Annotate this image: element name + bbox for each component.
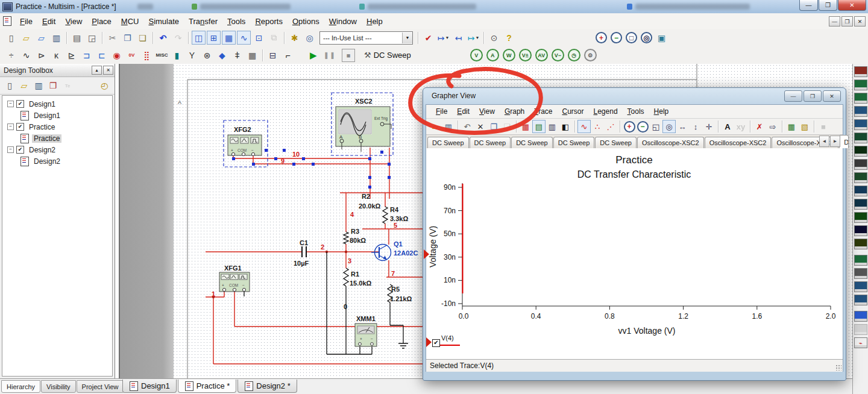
sheet-node-practice[interactable]: Practice	[2, 133, 112, 144]
grapher-minimize-button[interactable]: —	[784, 90, 802, 102]
forward-annotate-icon[interactable]: ↦▼	[467, 31, 480, 45]
hierarchy-icon[interactable]: ⧉	[267, 31, 281, 45]
line-mode-icon[interactable]: ∿	[577, 120, 591, 133]
toggle-grapher-icon[interactable]: ∿	[237, 31, 251, 45]
grapher-maximize-button[interactable]: ❐	[804, 90, 822, 102]
place-advanced-peripherals-icon[interactable]: ▮	[170, 48, 184, 62]
in-use-list-dropdown[interactable]: --- In-Use List ---▼	[319, 31, 413, 45]
four-channel-oscilloscope-icon[interactable]	[854, 119, 867, 130]
zoom-out-icon[interactable]: −	[636, 120, 649, 133]
place-basic-icon[interactable]: ∿	[19, 48, 33, 62]
place-misc-digital-icon[interactable]: ◉	[110, 48, 124, 62]
grapher-menu-graph[interactable]: Graph	[500, 105, 529, 117]
pan-icon[interactable]: ✛	[702, 120, 715, 133]
menu-simulate[interactable]: Simulate	[143, 14, 184, 28]
hierarchical-block-icon[interactable]: ⊟	[266, 48, 280, 62]
maximize-button[interactable]: ❐	[819, 0, 837, 11]
menu-tools[interactable]: Tools	[222, 14, 250, 28]
save-icon[interactable]: ▥	[49, 31, 63, 45]
zoom-area-icon[interactable]: □	[624, 31, 638, 45]
trace-name[interactable]: V(4)	[441, 334, 454, 342]
tab-scroll-right-button[interactable]: ►	[830, 136, 840, 147]
grapher-tab-0[interactable]: DC Sweep	[427, 137, 469, 148]
zoom-in-icon[interactable]: +	[623, 120, 636, 133]
grapher-tab-2[interactable]: DC Sweep	[511, 137, 553, 148]
design-node-design1[interactable]: −✔Design1	[2, 98, 112, 110]
frequency-counter-icon[interactable]	[854, 146, 867, 157]
logic-analyzer-icon[interactable]	[854, 186, 867, 196]
open-design-icon[interactable]: ▱	[17, 79, 31, 92]
undo-icon[interactable]: ↶	[156, 31, 170, 45]
menu-mcu[interactable]: MCU	[116, 14, 144, 28]
place-bus-icon[interactable]: ⌐	[281, 48, 295, 62]
show-xy-icon[interactable]: xy	[734, 120, 747, 133]
menu-options[interactable]: Options	[288, 14, 324, 28]
toggle-database-view-icon[interactable]: ▦	[222, 31, 236, 45]
active-analysis-icon[interactable]: ⚒	[364, 51, 371, 60]
copy-icon[interactable]: ❐	[121, 31, 134, 45]
probe-voltage-icon[interactable]: V	[470, 49, 483, 61]
panel-tab-project-view[interactable]: Project View	[77, 380, 124, 393]
find-icon[interactable]: ⊙	[487, 31, 501, 45]
close-button[interactable]: ✕	[838, 0, 866, 11]
new-design-icon[interactable]: ▯	[3, 79, 16, 92]
grapher-menu-tools[interactable]: Tools	[623, 105, 649, 117]
multimeter-icon[interactable]	[854, 66, 867, 77]
redo-icon[interactable]: ↷	[171, 31, 185, 45]
chart-area[interactable]: Practice DC Transfer Characteristic Volt…	[426, 148, 843, 359]
zoom-out-icon[interactable]: −	[609, 31, 623, 45]
place-analog-icon[interactable]: ⊵	[64, 48, 78, 62]
ni-elvis-icon[interactable]	[854, 324, 867, 335]
iv-analyzer-icon[interactable]	[854, 199, 867, 210]
probe-power-icon[interactable]: W	[503, 49, 515, 61]
toggle-fullscreen-icon[interactable]: ▣	[655, 31, 668, 45]
stop-simulation-button[interactable]: ■	[342, 49, 355, 62]
grapher-tab-4[interactable]: DC Sweep	[595, 137, 637, 148]
probe-current-icon[interactable]: A	[486, 49, 499, 61]
open-samples-icon[interactable]: ▱	[34, 31, 48, 45]
panel-close-button[interactable]: ✕	[103, 66, 113, 75]
place-transistor-icon[interactable]: ĸ	[49, 48, 63, 62]
help-icon[interactable]: ?	[502, 31, 516, 45]
menu-edit[interactable]: Edit	[37, 14, 60, 28]
design-node-design2[interactable]: −✔Design2	[2, 144, 112, 155]
run-simulation-button[interactable]: ▶	[310, 50, 317, 61]
place-source-icon[interactable]: ÷	[4, 48, 18, 62]
database-manager-icon[interactable]: ◎	[303, 31, 316, 45]
mdi-close-button[interactable]: ✕	[854, 16, 866, 27]
grapher-menu-legend[interactable]: Legend	[589, 105, 623, 117]
tab-scroll-left-button[interactable]: ◄	[819, 136, 829, 147]
open-file-icon[interactable]: ▱	[19, 31, 33, 45]
mdi-restore-button[interactable]: ❐	[841, 16, 853, 27]
zoom-fit-icon[interactable]: ◎	[640, 31, 653, 45]
new-file-icon[interactable]: ▯	[4, 31, 18, 45]
tektronix-oscilloscope-icon[interactable]	[854, 295, 867, 305]
sheet-node-design2[interactable]: Design2	[2, 155, 112, 167]
panel-dock-button[interactable]: ▴	[92, 66, 102, 75]
probe-differential-voltage-icon[interactable]: V±	[519, 49, 532, 61]
word-generator-icon[interactable]	[854, 159, 867, 170]
grapher-menu-help[interactable]: Help	[649, 105, 674, 117]
mdi-minimize-button[interactable]: —	[829, 16, 840, 27]
panel-tab-hierarchy[interactable]: Hierarchy	[1, 380, 40, 393]
create-component-icon[interactable]: ✱	[288, 31, 301, 45]
menu-place[interactable]: Place	[87, 14, 116, 28]
panel-tab-visibility[interactable]: Visibility	[41, 380, 76, 393]
print-icon[interactable]: ▤	[70, 31, 84, 45]
menu-view[interactable]: View	[60, 14, 87, 28]
grapher-tab-8[interactable]: DC Sweep	[839, 135, 849, 148]
sheet-tab-design1[interactable]: Design1	[122, 380, 177, 393]
grapher-window[interactable]: Grapher View — ❐ ✕ FileEditViewGraphTrac…	[423, 87, 846, 381]
back-annotate-icon[interactable]: ↤	[451, 31, 465, 45]
grapher-menu-trace[interactable]: Trace	[529, 105, 557, 117]
resize-grip[interactable]	[835, 364, 841, 371]
zoom-x-icon[interactable]: ↔	[676, 120, 689, 133]
probe-voltage-current-icon[interactable]: AV	[535, 49, 548, 61]
oscilloscope-icon[interactable]	[854, 106, 867, 117]
place-mcu-icon[interactable]: ▦	[245, 48, 259, 62]
bode-plotter-icon[interactable]	[854, 133, 867, 143]
delete-icon[interactable]: ✕	[474, 120, 487, 133]
place-electromechanical-icon[interactable]: ⊛	[200, 48, 214, 62]
probe-digital-icon[interactable]: ◷	[568, 49, 580, 61]
print-preview-icon[interactable]: ◲	[85, 31, 99, 45]
